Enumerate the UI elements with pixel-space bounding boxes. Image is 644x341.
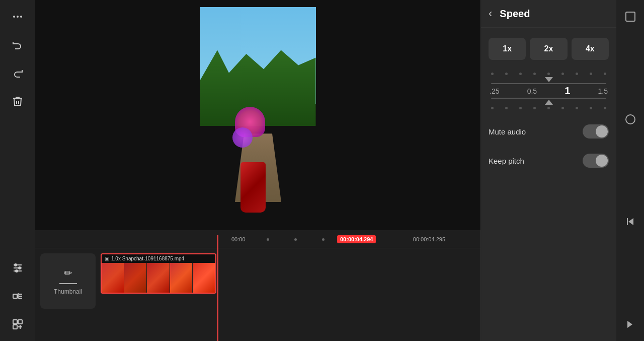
thumbnail-block[interactable]: ✏ Thumbnail [40, 253, 96, 309]
svg-point-1 [17, 16, 19, 18]
mute-audio-knob [596, 125, 608, 138]
video-preview: K KINEMASTER [35, 0, 480, 230]
main-area: K KINEMASTER 00:00 00:00:04.294 00:00:04… [35, 0, 480, 341]
slider-labels: .25 0.5 1 1.5 [489, 85, 609, 97]
play-back-icon[interactable] [621, 213, 639, 231]
adjust-button[interactable] [9, 259, 27, 277]
thumbnail-label: Thumbnail [54, 288, 82, 295]
undo-button[interactable] [9, 36, 27, 54]
speed-2x-button[interactable]: 2x [530, 38, 567, 60]
keep-pitch-toggle[interactable] [583, 154, 609, 168]
clip-track: ▣ 1.0x Snapchat-1091168875.mp4 [101, 253, 475, 309]
ruler-current-time: 00:00:04.294 [337, 235, 376, 243]
ruler-start-time: 00:00 [231, 236, 246, 242]
svg-point-8 [16, 270, 18, 272]
keep-pitch-row: Keep pitch [489, 151, 609, 170]
slider-label-025: .25 [490, 87, 499, 95]
slider-label-1: 1 [565, 85, 570, 97]
trim-left-button[interactable] [9, 287, 27, 305]
svg-marker-21 [628, 218, 633, 225]
back-button[interactable]: ‹ [489, 7, 492, 20]
slider-label-15: 1.5 [598, 87, 608, 95]
svg-point-0 [13, 16, 15, 18]
timeline-ruler: 00:00 00:00:04.294 00:00:04.295 [35, 230, 480, 248]
speed-slider-container[interactable]: .25 0.5 1 1.5 [489, 70, 609, 112]
slider-label-05: 0.5 [527, 87, 537, 95]
svg-point-2 [20, 16, 22, 18]
clip-frame-2 [124, 263, 147, 293]
panel-header: ‹ Speed [481, 0, 616, 28]
speed-4x-button[interactable]: 4x [572, 38, 609, 60]
clip-icon: ▣ [105, 256, 109, 261]
more-options-button[interactable] [9, 8, 27, 26]
svg-rect-14 [13, 320, 17, 324]
clip-frames [102, 263, 215, 293]
circle-icon[interactable] [621, 110, 639, 128]
slider-track-line [491, 83, 606, 84]
svg-rect-16 [13, 325, 17, 329]
svg-marker-23 [627, 321, 632, 328]
clip-title: 1.0x Snapchat-1091168875.mp4 [111, 256, 184, 261]
redo-button[interactable] [9, 64, 27, 82]
clip-frame-5 [193, 263, 215, 293]
timeline-area: 00:00 00:00:04.294 00:00:04.295 ✏ Thumbn… [35, 230, 480, 341]
square-icon[interactable] [621, 8, 639, 26]
panel-title: Speed [500, 8, 530, 20]
clip-header: ▣ 1.0x Snapchat-1091168875.mp4 [102, 254, 215, 263]
next-icon[interactable] [621, 315, 639, 333]
svg-point-7 [19, 267, 21, 269]
svg-rect-15 [18, 320, 22, 324]
slider-track-line-bottom [491, 98, 606, 99]
clip-frame-4 [170, 263, 193, 293]
mute-audio-row: Mute audio [489, 122, 609, 141]
svg-rect-19 [626, 12, 635, 21]
speed-1x-button[interactable]: 1x [489, 38, 526, 60]
add-layer-button[interactable] [9, 315, 27, 333]
svg-point-20 [626, 115, 635, 124]
playhead-line [217, 235, 218, 341]
ruler-end-time: 00:00:04.295 [413, 236, 445, 242]
clip-item[interactable]: ▣ 1.0x Snapchat-1091168875.mp4 [101, 253, 216, 294]
clip-frame-3 [147, 263, 170, 293]
edit-icon: ✏ [64, 267, 72, 279]
mute-audio-label: Mute audio [489, 127, 526, 136]
speed-buttons-group: 1x 2x 4x [489, 38, 609, 60]
right-edge [616, 0, 644, 341]
clip-frame-1 [102, 263, 124, 293]
keep-pitch-knob [596, 155, 608, 167]
svg-rect-9 [13, 294, 17, 298]
delete-button[interactable] [9, 92, 27, 110]
keep-pitch-label: Keep pitch [489, 157, 524, 165]
timeline-content: ✏ Thumbnail ▣ 1.0x Snapchat-1091168875.m… [35, 248, 480, 341]
right-panel: ‹ Speed 1x 2x 4x [480, 0, 616, 341]
mute-audio-toggle[interactable] [583, 124, 609, 139]
left-sidebar [0, 0, 35, 341]
svg-point-6 [15, 264, 17, 266]
panel-body: 1x 2x 4x [481, 28, 616, 341]
